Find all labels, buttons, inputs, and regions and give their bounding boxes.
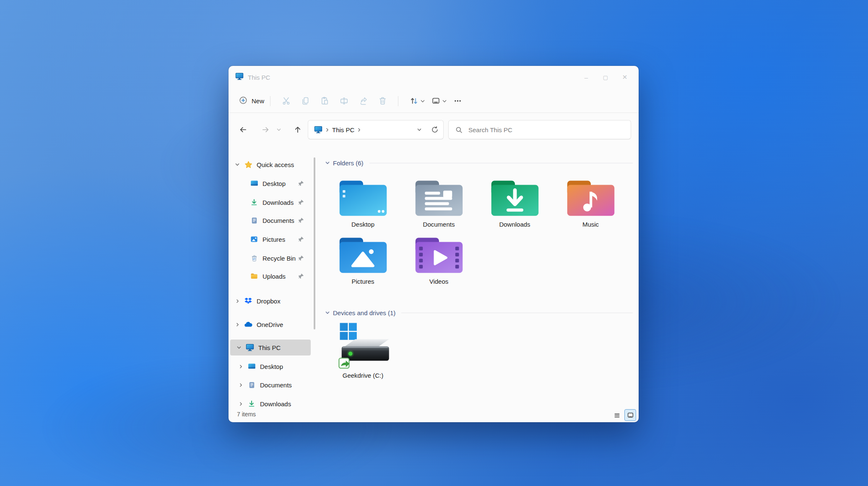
pin-icon[interactable]: [298, 217, 304, 223]
tiles-grid: DesktopDocumentsDownloadsMusicPicturesVi…: [325, 171, 644, 285]
sidebar-item-dropbox[interactable]: Dropbox: [229, 293, 312, 309]
search-icon: [455, 126, 463, 133]
chevron-right-icon[interactable]: [357, 128, 361, 132]
titlebar[interactable]: This PC –▢✕: [229, 66, 639, 89]
desktop-icon: [247, 363, 256, 370]
share-icon[interactable]: [353, 93, 373, 110]
items-count: 7 items: [237, 411, 256, 418]
tiles-grid: Geekdrive (C:): [325, 318, 644, 379]
pin-icon[interactable]: [298, 199, 304, 205]
tile-label: Pictures: [351, 278, 374, 285]
sidebar-item-uploads[interactable]: Uploads: [229, 268, 312, 284]
this-pc-icon: [235, 73, 244, 82]
section-title: Folders (6): [333, 159, 364, 167]
drive-windows-icon: [335, 323, 392, 371]
sidebar-item-label: Desktop: [262, 180, 286, 187]
navigation-bar: This PC: [229, 113, 639, 146]
breadcrumb[interactable]: This PC: [332, 126, 354, 133]
tile-desktop[interactable]: Desktop: [325, 171, 401, 228]
chevron-down-icon[interactable]: [325, 310, 330, 315]
pin-icon[interactable]: [298, 273, 304, 279]
window-title: This PC: [248, 74, 270, 81]
sidebar-item-desktop[interactable]: Desktop: [229, 175, 312, 191]
pin-icon[interactable]: [298, 236, 304, 242]
document-icon: [247, 381, 256, 389]
section-header-folders[interactable]: Folders (6): [325, 155, 633, 170]
sidebar-item-label: Downloads: [260, 400, 291, 408]
sidebar-item-label: Downloads: [262, 199, 294, 206]
recent-locations-button[interactable]: [274, 123, 284, 136]
folder-icon: [249, 272, 259, 280]
close-button[interactable]: ✕: [615, 69, 634, 85]
chevron-right-icon[interactable]: [238, 364, 244, 369]
pin-icon[interactable]: [298, 255, 304, 261]
more-icon[interactable]: [448, 93, 467, 110]
tile-geekdrive-c-[interactable]: Geekdrive (C:): [325, 318, 401, 379]
list-view-icon[interactable]: [611, 410, 622, 421]
delete-icon[interactable]: [373, 93, 392, 110]
tile-pictures[interactable]: Pictures: [325, 228, 401, 285]
paste-icon[interactable]: [315, 93, 334, 110]
document-icon: [249, 217, 259, 224]
dropbox-icon: [244, 298, 253, 304]
rename-icon[interactable]: [334, 93, 353, 110]
cut-icon[interactable]: [276, 93, 296, 110]
download-icon: [249, 199, 259, 206]
sidebar-item-recycle-bin[interactable]: Recycle Bin: [229, 250, 312, 266]
section-title: Devices and drives (1): [333, 309, 395, 316]
chevron-down-icon[interactable]: [236, 345, 242, 350]
tile-documents[interactable]: Documents: [401, 171, 477, 228]
chevron-right-icon[interactable]: [238, 383, 244, 387]
chevron-right-icon[interactable]: [238, 402, 244, 406]
search-box[interactable]: [448, 120, 631, 139]
tile-label: Music: [582, 221, 599, 228]
toolbar-separator: [270, 96, 270, 106]
section-divider: [401, 313, 633, 313]
sidebar: Quick accessDesktopDownloadsDocumentsPic…: [229, 146, 315, 408]
sidebar-item-this-pc[interactable]: This PC: [230, 340, 311, 355]
pictures-icon: [249, 235, 259, 243]
folder-documents-icon: [414, 178, 464, 218]
large-icons-view-icon[interactable]: [624, 409, 636, 421]
chevron-right-icon[interactable]: [234, 322, 240, 327]
sidebar-item-label: Quick access: [257, 161, 294, 168]
folder-music-icon: [566, 178, 616, 218]
chevron-right-icon[interactable]: [234, 299, 240, 303]
sidebar-item-onedrive[interactable]: OneDrive: [229, 316, 312, 332]
sidebar-item-downloads[interactable]: Downloads: [229, 194, 312, 210]
sidebar-item-label: Desktop: [260, 363, 283, 370]
new-button-label: New: [252, 97, 264, 105]
forward-button[interactable]: [258, 123, 273, 136]
tile-label: Desktop: [351, 221, 374, 228]
plus-circle-icon: [239, 96, 247, 106]
content-area: Folders (6)DesktopDocumentsDownloadsMusi…: [315, 146, 639, 408]
up-button[interactable]: [291, 123, 305, 136]
chevron-down-icon: [442, 99, 447, 104]
tile-label: Videos: [429, 278, 449, 285]
sidebar-item-desktop[interactable]: Desktop: [229, 358, 312, 374]
pin-icon[interactable]: [298, 180, 304, 186]
search-input[interactable]: [468, 126, 608, 134]
refresh-icon[interactable]: [426, 121, 443, 138]
sidebar-item-documents[interactable]: Documents: [229, 212, 312, 228]
chevron-down-icon[interactable]: [234, 162, 240, 167]
copy-icon[interactable]: [296, 93, 315, 110]
status-bar: 7 items: [229, 408, 639, 422]
tile-videos[interactable]: Videos: [401, 228, 477, 285]
tile-downloads[interactable]: Downloads: [477, 171, 553, 228]
address-bar[interactable]: This PC: [308, 120, 444, 139]
tile-music[interactable]: Music: [553, 171, 629, 228]
sidebar-item-quick-access[interactable]: Quick access: [229, 157, 312, 172]
new-button[interactable]: New: [239, 96, 264, 106]
maximize-button[interactable]: ▢: [596, 69, 615, 85]
chevron-down-icon[interactable]: [325, 160, 330, 165]
recycle-bin-icon: [249, 255, 259, 262]
minimize-button[interactable]: –: [577, 69, 596, 85]
sidebar-item-documents[interactable]: Documents: [229, 377, 312, 393]
back-button[interactable]: [236, 123, 250, 136]
folder-pictures-icon: [338, 235, 388, 275]
sidebar-item-pictures[interactable]: Pictures: [229, 231, 312, 247]
file-explorer-window: This PC –▢✕ New This PC Qui: [229, 66, 639, 422]
address-dropdown-chevron-icon[interactable]: [412, 121, 426, 138]
onedrive-icon: [244, 321, 253, 327]
